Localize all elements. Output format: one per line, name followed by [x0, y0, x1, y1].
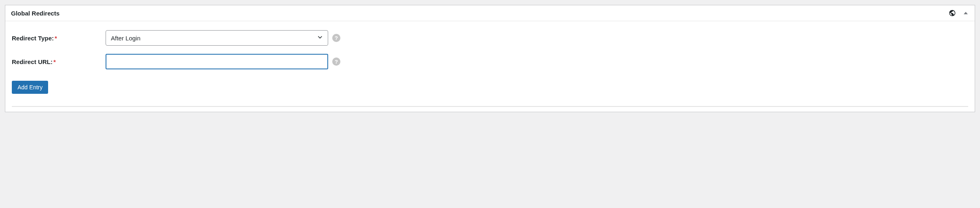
- required-marker: *: [55, 35, 57, 42]
- label-text: Redirect Type:: [12, 35, 54, 42]
- help-icon[interactable]: ?: [332, 58, 340, 66]
- redirect-url-row: Redirect URL:* ?: [12, 54, 968, 69]
- panel-body: Redirect Type:* After Login ?: [5, 21, 975, 112]
- global-redirects-panel: Global Redirects Redirect Type:*: [5, 5, 975, 112]
- required-marker: *: [53, 58, 56, 65]
- panel-header: Global Redirects: [5, 5, 975, 21]
- redirect-url-label: Redirect URL:*: [12, 58, 106, 65]
- redirect-type-row: Redirect Type:* After Login ?: [12, 30, 968, 46]
- redirect-type-select-wrapper: After Login: [106, 30, 328, 46]
- redirect-type-control: After Login ?: [106, 30, 340, 46]
- panel-header-actions: [949, 9, 969, 17]
- divider: [12, 106, 968, 107]
- redirect-type-label: Redirect Type:*: [12, 35, 106, 42]
- redirect-type-select[interactable]: After Login: [106, 30, 328, 46]
- redirect-url-input[interactable]: [106, 54, 328, 69]
- collapse-toggle[interactable]: [962, 10, 969, 16]
- help-icon[interactable]: ?: [332, 34, 340, 42]
- globe-icon: [949, 9, 956, 17]
- panel-title: Global Redirects: [11, 10, 60, 17]
- add-entry-button[interactable]: Add Entry: [12, 81, 48, 94]
- label-text: Redirect URL:: [12, 58, 53, 65]
- redirect-url-control: ?: [106, 54, 340, 69]
